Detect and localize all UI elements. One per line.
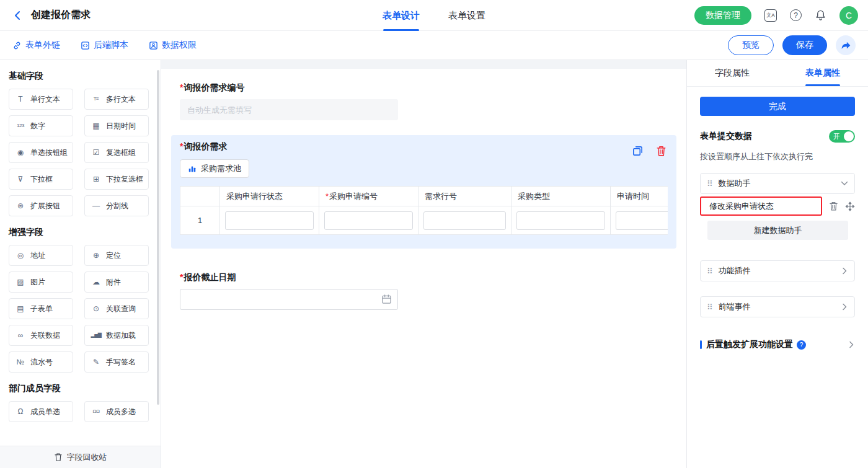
tab-form-settings-label: 表单设置 — [448, 10, 485, 22]
share-button[interactable] — [836, 35, 856, 55]
new-data-helper-button[interactable]: 新建数据助手 — [707, 221, 848, 240]
delete-helper-button[interactable] — [829, 201, 838, 211]
field-item-image[interactable]: ▨图片 — [9, 272, 73, 293]
chevron-down-icon[interactable] — [841, 180, 848, 187]
apply-time-cell-input[interactable] — [616, 211, 668, 230]
field-item-label: 子表单 — [30, 304, 53, 314]
avatar[interactable]: C — [839, 6, 858, 25]
field-item-datetime[interactable]: ▦日期时间 — [84, 115, 149, 136]
field-item-label: 数据加载 — [106, 330, 136, 341]
tab-form-design[interactable]: 表单设计 — [383, 0, 420, 31]
column-header-status: 采购申请行状态 — [220, 187, 319, 206]
chevron-right-icon[interactable] — [848, 341, 855, 348]
data-permission-link[interactable]: 数据权限 — [149, 40, 197, 51]
status-cell-input[interactable] — [225, 211, 314, 230]
data-helper-item-row: 修改采购申请状态 — [700, 196, 855, 216]
deadline-date-input[interactable] — [180, 289, 398, 310]
apply-no-cell-input[interactable] — [324, 211, 413, 230]
field-item-signature[interactable]: ✎手写签名 — [84, 351, 149, 373]
function-plugins-card[interactable]: ⠿ 功能插件 — [700, 260, 855, 281]
member-fields-grid: Ω成员单选 ΩΩ成员多选 — [9, 401, 152, 422]
field-item-data-load[interactable]: ▂▅▇数据加载 — [84, 325, 149, 346]
field-quote-demand-selected[interactable]: *询报价需求 采购需求池 采购申请行状态 *采购申请编号 需求行号 — [171, 135, 676, 249]
subform-icon: ▤ — [15, 305, 26, 312]
move-helper-button[interactable] — [845, 201, 855, 211]
field-item-label: 单选按钮组 — [30, 148, 68, 158]
tab-form-settings[interactable]: 表单设置 — [448, 0, 485, 31]
field-item-label: 地址 — [30, 250, 45, 261]
field-library-sidebar: 基础字段 T单行文本 T≡多行文本 123数字 ▦日期时间 ◉单选按钮组 ☑复选… — [0, 60, 161, 468]
demand-line-cell-input[interactable] — [423, 211, 506, 230]
drag-handle-icon[interactable]: ⠿ — [707, 267, 713, 275]
copy-field-button[interactable] — [632, 145, 644, 157]
field-item-subform[interactable]: ▤子表单 — [9, 298, 73, 319]
column-header-demand-line: 需求行号 — [418, 187, 512, 206]
data-helper-item-selected[interactable]: 修改采购申请状态 — [700, 196, 822, 216]
link-icon — [12, 41, 22, 50]
permission-icon — [149, 41, 158, 50]
field-item-multi-select[interactable]: ⊞下拉复选框 — [84, 169, 149, 190]
frontend-events-card[interactable]: ⠿ 前端事件 — [700, 296, 855, 317]
form-canvas: *询报价需求编号 *询报价需求 采购需求池 — [161, 60, 686, 468]
field-item-location[interactable]: ⊕定位 — [84, 245, 149, 266]
trash-icon — [829, 201, 838, 211]
procurement-pool-button[interactable]: 采购需求池 — [180, 159, 249, 178]
drag-handle-icon[interactable]: ⠿ — [707, 180, 713, 188]
backend-script-link[interactable]: 后端脚本 — [81, 40, 128, 51]
field-item-select[interactable]: ⊽下拉框 — [9, 169, 73, 190]
field-actions — [632, 145, 666, 157]
translate-icon[interactable]: 文A — [764, 9, 777, 22]
tab-form-properties[interactable]: 表单属性 — [777, 60, 868, 86]
calendar-icon[interactable] — [381, 294, 392, 304]
data-helper-card[interactable]: ⠿ 数据助手 — [700, 173, 855, 194]
subform-header-row: 采购申请行状态 *采购申请编号 需求行号 采购类型 申请时间 — [180, 187, 668, 206]
delete-field-button[interactable] — [656, 145, 666, 157]
sidebar-scrollbar[interactable] — [157, 70, 159, 405]
help-icon[interactable]: ? — [790, 9, 802, 21]
field-quote-deadline[interactable]: *报价截止日期 — [171, 266, 676, 319]
field-item-number[interactable]: 123数字 — [9, 115, 73, 136]
field-item-linked-data[interactable]: ∞关联数据 — [9, 325, 73, 346]
section-title-enhanced-fields: 增强字段 — [9, 227, 152, 238]
notification-bell-icon[interactable] — [815, 9, 826, 21]
cell-demand-line — [418, 206, 512, 235]
function-plugins-title: 功能插件 — [719, 265, 751, 276]
field-recycle-bin[interactable]: 字段回收站 — [0, 446, 161, 468]
chevron-right-icon[interactable] — [841, 303, 848, 311]
chevron-right-icon[interactable] — [841, 267, 848, 275]
type-cell-input[interactable] — [516, 211, 605, 230]
field-item-checkbox-group[interactable]: ☑复选框组 — [84, 142, 149, 163]
field-item-linked-query[interactable]: ⊙关联查询 — [84, 298, 149, 319]
field-item-member-single[interactable]: Ω成员单选 — [9, 401, 73, 422]
post-trigger-settings-row[interactable]: 后置触发扩展功能设置 ? — [700, 339, 855, 350]
done-button[interactable]: 完成 — [700, 97, 855, 116]
field-item-serial-number[interactable]: №流水号 — [9, 351, 73, 373]
dropdown-checkbox-icon: ⊞ — [91, 175, 102, 183]
field-item-divider[interactable]: ―分割线 — [84, 195, 149, 216]
form-external-link[interactable]: 表单外链 — [12, 40, 60, 51]
topbar-right-group: 数据管理 文A ? C — [694, 6, 858, 25]
quote-serial-input[interactable] — [180, 99, 398, 120]
cell-status — [220, 206, 319, 235]
field-item-member-multi[interactable]: ΩΩ成员多选 — [84, 401, 149, 422]
data-manage-button[interactable]: 数据管理 — [694, 6, 751, 25]
save-button[interactable]: 保存 — [782, 35, 827, 55]
field-item-radio-group[interactable]: ◉单选按钮组 — [9, 142, 73, 163]
drag-handle-icon[interactable]: ⠿ — [707, 303, 713, 311]
help-icon[interactable]: ? — [797, 340, 806, 350]
field-item-address[interactable]: ◎地址 — [9, 245, 73, 266]
field-quote-serial[interactable]: *询报价需求编号 — [171, 76, 676, 129]
section-title-basic-fields: 基础字段 — [9, 71, 152, 82]
preview-button[interactable]: 预览 — [728, 35, 774, 55]
field-item-label: 扩展按钮 — [30, 201, 60, 211]
field-item-extend-button[interactable]: ⊜扩展按钮 — [9, 195, 73, 216]
field-item-label: 分割线 — [106, 201, 128, 211]
field-item-multi-line-text[interactable]: T≡多行文本 — [84, 89, 149, 110]
submit-data-toggle[interactable]: 开 — [829, 130, 855, 143]
field-item-attachment[interactable]: ☁附件 — [84, 272, 149, 293]
tab-field-properties[interactable]: 字段属性 — [687, 60, 777, 86]
divider-icon: ― — [91, 202, 102, 210]
back-button[interactable] — [10, 7, 26, 24]
field-item-single-line-text[interactable]: T单行文本 — [9, 89, 73, 110]
toolbar-actions: 预览 保存 — [728, 35, 856, 55]
